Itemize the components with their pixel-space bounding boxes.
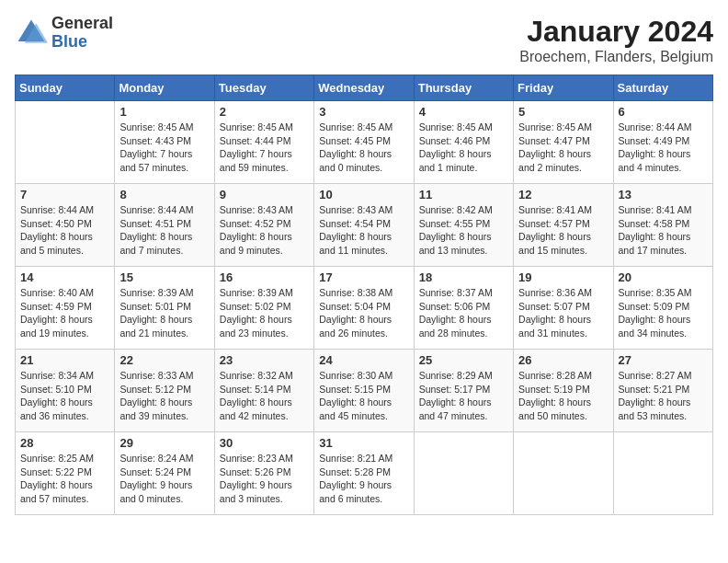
- logo: General Blue: [15, 15, 113, 52]
- calendar-cell: 23Sunrise: 8:32 AMSunset: 5:14 PMDayligh…: [214, 350, 313, 432]
- cell-info: Sunrise: 8:39 AMSunset: 5:02 PMDaylight:…: [220, 286, 309, 340]
- cell-info: Sunrise: 8:37 AMSunset: 5:06 PMDaylight:…: [419, 286, 508, 340]
- title-block: January 2024 Broechem, Flanders, Belgium: [519, 15, 713, 65]
- calendar-cell: 16Sunrise: 8:39 AMSunset: 5:02 PMDayligh…: [214, 267, 313, 350]
- day-number: 4: [419, 105, 508, 119]
- cell-info: Sunrise: 8:38 AMSunset: 5:04 PMDaylight:…: [319, 286, 408, 340]
- cell-info: Sunrise: 8:44 AMSunset: 4:50 PMDaylight:…: [20, 203, 109, 258]
- calendar-cell: 20Sunrise: 8:35 AMSunset: 5:09 PMDayligh…: [613, 267, 712, 350]
- cell-info: Sunrise: 8:25 AMSunset: 5:22 PMDaylight:…: [20, 452, 109, 506]
- day-number: 27: [619, 353, 708, 367]
- calendar-week-5: 28Sunrise: 8:25 AMSunset: 5:22 PMDayligh…: [16, 432, 713, 515]
- calendar-cell: 5Sunrise: 8:45 AMSunset: 4:47 PMDaylight…: [514, 101, 613, 184]
- day-number: 12: [518, 188, 608, 201]
- calendar-cell: 22Sunrise: 8:33 AMSunset: 5:12 PMDayligh…: [115, 350, 214, 432]
- cell-info: Sunrise: 8:45 AMSunset: 4:46 PMDaylight:…: [419, 121, 508, 175]
- day-number: 31: [319, 436, 408, 450]
- calendar-cell: 24Sunrise: 8:30 AMSunset: 5:15 PMDayligh…: [314, 350, 414, 432]
- cell-info: Sunrise: 8:34 AMSunset: 5:10 PMDaylight:…: [20, 369, 109, 423]
- cell-info: Sunrise: 8:30 AMSunset: 5:15 PMDaylight:…: [319, 369, 408, 423]
- page-header: General Blue January 2024 Broechem, Flan…: [15, 15, 713, 65]
- header-cell-friday: Friday: [514, 75, 613, 101]
- header-cell-thursday: Thursday: [414, 75, 513, 101]
- calendar-week-3: 14Sunrise: 8:40 AMSunset: 4:59 PMDayligh…: [16, 267, 713, 350]
- day-number: 11: [419, 188, 508, 201]
- logo-text: General Blue: [51, 15, 113, 52]
- day-number: 14: [20, 270, 109, 284]
- calendar-cell: 19Sunrise: 8:36 AMSunset: 5:07 PMDayligh…: [514, 267, 613, 350]
- day-number: 5: [518, 105, 608, 119]
- day-number: 21: [20, 353, 109, 367]
- calendar-cell: 21Sunrise: 8:34 AMSunset: 5:10 PMDayligh…: [16, 350, 115, 432]
- calendar-cell: 6Sunrise: 8:44 AMSunset: 4:49 PMDaylight…: [613, 101, 712, 184]
- logo-icon: [15, 17, 48, 50]
- cell-info: Sunrise: 8:41 AMSunset: 4:58 PMDaylight:…: [619, 203, 708, 258]
- cell-info: Sunrise: 8:23 AMSunset: 5:26 PMDaylight:…: [220, 452, 309, 506]
- calendar-cell: 12Sunrise: 8:41 AMSunset: 4:57 PMDayligh…: [514, 184, 613, 267]
- page-subtitle: Broechem, Flanders, Belgium: [519, 49, 713, 65]
- day-number: 7: [20, 188, 109, 201]
- header-cell-monday: Monday: [115, 75, 214, 101]
- cell-info: Sunrise: 8:21 AMSunset: 5:28 PMDaylight:…: [319, 452, 408, 506]
- day-number: 19: [518, 270, 608, 284]
- cell-info: Sunrise: 8:44 AMSunset: 4:49 PMDaylight:…: [619, 121, 708, 175]
- calendar-cell: 7Sunrise: 8:44 AMSunset: 4:50 PMDaylight…: [16, 184, 115, 267]
- cell-info: Sunrise: 8:41 AMSunset: 4:57 PMDaylight:…: [518, 203, 608, 258]
- header-cell-wednesday: Wednesday: [314, 75, 414, 101]
- calendar-cell: 28Sunrise: 8:25 AMSunset: 5:22 PMDayligh…: [16, 432, 115, 515]
- calendar-cell: 26Sunrise: 8:28 AMSunset: 5:19 PMDayligh…: [514, 350, 613, 432]
- cell-info: Sunrise: 8:45 AMSunset: 4:44 PMDaylight:…: [220, 121, 309, 175]
- cell-info: Sunrise: 8:45 AMSunset: 4:45 PMDaylight:…: [319, 121, 408, 175]
- day-number: 15: [119, 270, 209, 284]
- cell-info: Sunrise: 8:27 AMSunset: 5:21 PMDaylight:…: [619, 369, 708, 423]
- day-number: 25: [419, 353, 508, 367]
- day-number: 18: [419, 270, 508, 284]
- day-number: 26: [518, 353, 608, 367]
- page-title: January 2024: [519, 15, 713, 49]
- header-cell-tuesday: Tuesday: [214, 75, 313, 101]
- calendar-cell: 29Sunrise: 8:24 AMSunset: 5:24 PMDayligh…: [115, 432, 214, 515]
- day-number: 3: [319, 105, 408, 119]
- calendar-cell: 18Sunrise: 8:37 AMSunset: 5:06 PMDayligh…: [414, 267, 513, 350]
- header-cell-saturday: Saturday: [613, 75, 712, 101]
- calendar-cell: 2Sunrise: 8:45 AMSunset: 4:44 PMDaylight…: [214, 101, 313, 184]
- calendar-cell: [414, 432, 513, 515]
- calendar-cell: 13Sunrise: 8:41 AMSunset: 4:58 PMDayligh…: [613, 184, 712, 267]
- cell-info: Sunrise: 8:29 AMSunset: 5:17 PMDaylight:…: [419, 369, 508, 423]
- day-number: 9: [220, 188, 309, 201]
- cell-info: Sunrise: 8:39 AMSunset: 5:01 PMDaylight:…: [119, 286, 209, 340]
- day-number: 30: [220, 436, 309, 450]
- cell-info: Sunrise: 8:33 AMSunset: 5:12 PMDaylight:…: [119, 369, 209, 423]
- cell-info: Sunrise: 8:35 AMSunset: 5:09 PMDaylight:…: [619, 286, 708, 340]
- calendar-week-1: 1Sunrise: 8:45 AMSunset: 4:43 PMDaylight…: [16, 101, 713, 184]
- calendar-cell: 3Sunrise: 8:45 AMSunset: 4:45 PMDaylight…: [314, 101, 414, 184]
- calendar-cell: 1Sunrise: 8:45 AMSunset: 4:43 PMDaylight…: [115, 101, 214, 184]
- calendar-cell: 9Sunrise: 8:43 AMSunset: 4:52 PMDaylight…: [214, 184, 313, 267]
- calendar-week-4: 21Sunrise: 8:34 AMSunset: 5:10 PMDayligh…: [16, 350, 713, 432]
- cell-info: Sunrise: 8:45 AMSunset: 4:47 PMDaylight:…: [518, 121, 608, 175]
- calendar-week-2: 7Sunrise: 8:44 AMSunset: 4:50 PMDaylight…: [16, 184, 713, 267]
- calendar-cell: 30Sunrise: 8:23 AMSunset: 5:26 PMDayligh…: [214, 432, 313, 515]
- calendar-header: SundayMondayTuesdayWednesdayThursdayFrid…: [16, 75, 713, 101]
- calendar-cell: [16, 101, 115, 184]
- day-number: 10: [319, 188, 408, 201]
- day-number: 28: [20, 436, 109, 450]
- day-number: 1: [119, 105, 209, 119]
- cell-info: Sunrise: 8:42 AMSunset: 4:55 PMDaylight:…: [419, 203, 508, 258]
- day-number: 6: [619, 105, 708, 119]
- logo-general: General: [51, 15, 113, 33]
- day-number: 13: [619, 188, 708, 201]
- cell-info: Sunrise: 8:36 AMSunset: 5:07 PMDaylight:…: [518, 286, 608, 340]
- day-number: 29: [119, 436, 209, 450]
- calendar-body: 1Sunrise: 8:45 AMSunset: 4:43 PMDaylight…: [16, 101, 713, 515]
- day-number: 17: [319, 270, 408, 284]
- calendar-cell: 31Sunrise: 8:21 AMSunset: 5:28 PMDayligh…: [314, 432, 414, 515]
- calendar-cell: 27Sunrise: 8:27 AMSunset: 5:21 PMDayligh…: [613, 350, 712, 432]
- calendar-cell: [514, 432, 613, 515]
- cell-info: Sunrise: 8:43 AMSunset: 4:52 PMDaylight:…: [220, 203, 309, 258]
- cell-info: Sunrise: 8:32 AMSunset: 5:14 PMDaylight:…: [220, 369, 309, 423]
- calendar-cell: 4Sunrise: 8:45 AMSunset: 4:46 PMDaylight…: [414, 101, 513, 184]
- calendar-cell: 8Sunrise: 8:44 AMSunset: 4:51 PMDaylight…: [115, 184, 214, 267]
- day-number: 16: [220, 270, 309, 284]
- calendar-cell: 11Sunrise: 8:42 AMSunset: 4:55 PMDayligh…: [414, 184, 513, 267]
